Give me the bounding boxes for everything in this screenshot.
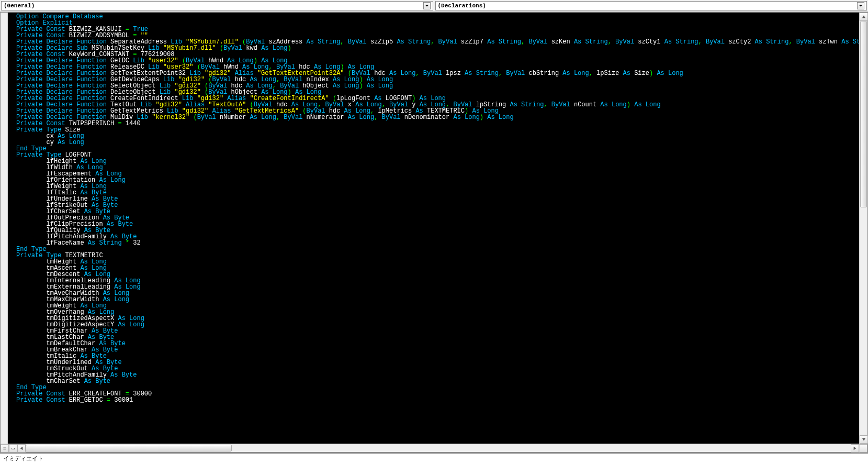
- vertical-scrollbar[interactable]: [859, 13, 867, 444]
- code-line[interactable]: tmBreakChar As Byte: [16, 347, 857, 353]
- code-line[interactable]: tmMaxCharWidth As Long: [16, 296, 857, 303]
- code-line[interactable]: tmFirstChar As Byte: [16, 328, 857, 334]
- code-line[interactable]: Private Const TWIPSPERINCH = 1440: [16, 120, 857, 127]
- code-line[interactable]: tmDigitizedAspectY As Long: [16, 322, 857, 328]
- scroll-thumb[interactable]: [860, 21, 867, 207]
- code-line[interactable]: tmAscent As Long: [16, 265, 857, 271]
- code-line[interactable]: lfWidth As Long: [16, 164, 857, 171]
- code-line[interactable]: End Type: [16, 246, 857, 252]
- scroll-track[interactable]: [26, 444, 851, 452]
- scroll-right-icon[interactable]: [851, 444, 859, 453]
- code-line[interactable]: lfItalic As Byte: [16, 190, 857, 196]
- code-line[interactable]: lfClipPrecision As Byte: [16, 221, 857, 227]
- code-line[interactable]: End Type: [16, 146, 857, 152]
- code-line[interactable]: Option Compare Database: [16, 14, 857, 20]
- procedure-view-button[interactable]: ≡: [1, 444, 9, 453]
- code-line[interactable]: lfCharSet As Byte: [16, 208, 857, 215]
- code-line[interactable]: Private Type TEXTMETRIC: [16, 252, 857, 259]
- scroll-track[interactable]: [860, 21, 867, 435]
- code-pane: Option Compare DatabaseOption ExplicitPr…: [0, 12, 868, 453]
- code-line[interactable]: Private Declare Function MulDiv Lib "ker…: [16, 114, 857, 120]
- object-dropdown[interactable]: (General): [1, 1, 433, 10]
- code-line[interactable]: lfHeight As Long: [16, 158, 857, 164]
- scroll-thumb[interactable]: [26, 445, 232, 451]
- chevron-down-icon: [423, 2, 431, 9]
- code-line[interactable]: lfOutPrecision As Byte: [16, 215, 857, 221]
- code-line[interactable]: Private Const ERR_CREATEFONT = 30000: [16, 391, 857, 397]
- code-line[interactable]: lfPitchAndFamily As Byte: [16, 234, 857, 240]
- code-line[interactable]: lfQuality As Byte: [16, 227, 857, 234]
- dropdown-bar: (General) (Declarations): [0, 0, 868, 12]
- immediate-window-title[interactable]: イミディエイト: [0, 453, 868, 463]
- chevron-down-icon: [857, 2, 864, 9]
- scroll-corner: [859, 444, 867, 453]
- code-line[interactable]: lfUnderline As Byte: [16, 196, 857, 202]
- object-dropdown-value: (General): [4, 3, 35, 9]
- scroll-up-icon[interactable]: [860, 13, 868, 21]
- code-line[interactable]: cy As Long: [16, 139, 857, 146]
- procedure-dropdown-value: (Declarations): [438, 3, 486, 9]
- code-line[interactable]: tmDefaultChar As Byte: [16, 340, 857, 347]
- code-line[interactable]: lfOrientation As Long: [16, 177, 857, 183]
- horizontal-scrollbar[interactable]: [17, 444, 859, 452]
- code-line[interactable]: Private Const ERR_GETDC = 30001: [16, 397, 857, 403]
- procedure-dropdown[interactable]: (Declarations): [435, 1, 867, 10]
- code-line[interactable]: tmInternalLeading As Long: [16, 278, 857, 284]
- code-line[interactable]: lfEscapement As Long: [16, 171, 857, 177]
- code-line[interactable]: cx As Long: [16, 133, 857, 139]
- full-module-view-button[interactable]: ▭: [9, 444, 17, 453]
- code-line[interactable]: lfFaceName As String * 32: [16, 240, 857, 246]
- scroll-left-icon[interactable]: [17, 444, 26, 453]
- code-line[interactable]: tmLastChar As Byte: [16, 334, 857, 340]
- code-line[interactable]: tmAveCharWidth As Long: [16, 290, 857, 296]
- code-line[interactable]: tmItalic As Byte: [16, 353, 857, 359]
- code-line[interactable]: tmExternalLeading As Long: [16, 284, 857, 290]
- scroll-down-icon[interactable]: [860, 435, 868, 444]
- code-line[interactable]: tmWeight As Long: [16, 303, 857, 309]
- code-line[interactable]: lfStrikeOut As Byte: [16, 202, 857, 208]
- code-line[interactable]: Private Type Size: [16, 127, 857, 133]
- code-editor[interactable]: Option Compare DatabaseOption ExplicitPr…: [8, 13, 859, 444]
- code-line[interactable]: lfWeight As Long: [16, 183, 857, 190]
- code-line[interactable]: tmStruckOut As Byte: [16, 366, 857, 372]
- code-line[interactable]: tmPitchAndFamily As Byte: [16, 372, 857, 378]
- code-line[interactable]: tmDescent As Long: [16, 271, 857, 278]
- code-line[interactable]: tmCharSet As Byte: [16, 378, 857, 384]
- code-line[interactable]: tmHeight As Long: [16, 259, 857, 265]
- code-line[interactable]: tmUnderlined As Byte: [16, 359, 857, 366]
- code-line[interactable]: Private Type LOGFONT: [16, 152, 857, 158]
- indicator-margin[interactable]: [1, 13, 8, 444]
